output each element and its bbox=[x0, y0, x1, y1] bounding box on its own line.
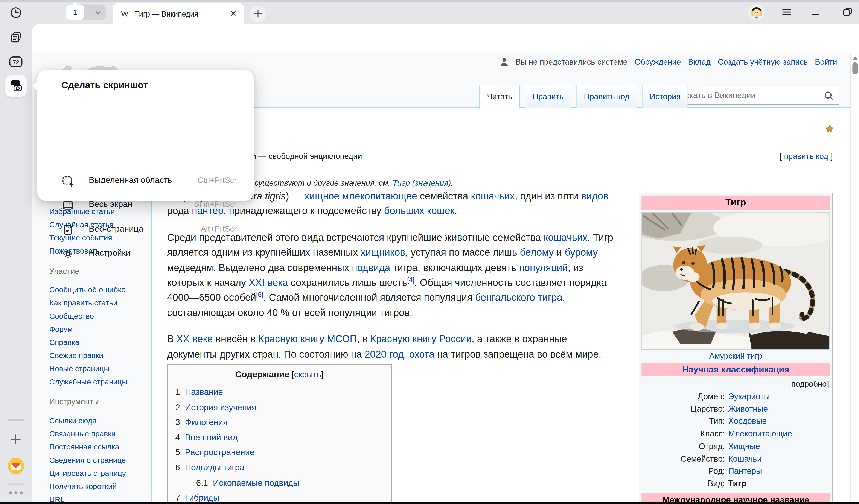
tab-history[interactable]: История bbox=[642, 85, 688, 108]
sidebar-item-permanent-link[interactable]: Постоянная ссылка bbox=[49, 440, 132, 453]
classification-header: Научная классификация bbox=[642, 363, 830, 376]
browser-window: 72 1 W bbox=[0, 0, 859, 504]
table-row: Тип:Хордовые bbox=[642, 415, 830, 428]
table-row: Род:Пантеры bbox=[642, 465, 830, 477]
table-row: Семейство:Кошачьи bbox=[642, 453, 830, 465]
userbar-link-login[interactable]: Войти bbox=[815, 58, 837, 66]
details-link[interactable]: [подробно] bbox=[642, 376, 830, 391]
menu-item-settings[interactable]: Настройки bbox=[37, 242, 254, 266]
sidebar-item-special-pages[interactable]: Служебные страницы bbox=[49, 375, 132, 388]
table-row: Царство:Животные bbox=[642, 403, 830, 415]
edit-source-link[interactable]: править код bbox=[784, 152, 828, 161]
userbar-link-contributions[interactable]: Вклад bbox=[688, 58, 711, 66]
title-rule bbox=[167, 147, 833, 148]
shortcut: Ctrl+PrtScr bbox=[198, 176, 237, 185]
tab-edit-source[interactable]: Править код bbox=[576, 85, 637, 108]
search-icon[interactable] bbox=[823, 90, 834, 101]
table-row: Домен:Эукариоты bbox=[642, 391, 830, 403]
toc-item: 6.1Ископаемые подвиды bbox=[175, 475, 383, 490]
sidebar-heading-tools: Инструменты bbox=[49, 397, 99, 406]
avatar[interactable] bbox=[749, 4, 765, 20]
toc-item: 2История изучения bbox=[175, 399, 383, 414]
chevron-down-icon[interactable] bbox=[95, 9, 101, 16]
menu-icon[interactable] bbox=[782, 8, 792, 17]
sidebar-item-community[interactable]: Сообщество bbox=[49, 309, 132, 322]
toc-item: 3Филогения bbox=[175, 415, 383, 430]
scrollbar[interactable] bbox=[850, 52, 859, 504]
taxobox: Тигр bbox=[639, 193, 833, 504]
sidebar-item-forum[interactable]: Форум bbox=[49, 323, 132, 336]
sidebar-item-report-error[interactable]: Сообщить об ошибке bbox=[49, 283, 132, 296]
toc-hide-link[interactable]: скрыть bbox=[294, 370, 321, 379]
featured-star-icon[interactable] bbox=[825, 124, 835, 134]
wiki-sidebar-participation: Сообщить об ошибке Как править статьи Со… bbox=[49, 283, 132, 388]
menu-item-full-screen[interactable]: Весь экран Shift+PrtScr bbox=[37, 193, 254, 217]
menu-item-selected-area[interactable]: Выделенная область Ctrl+PrtScr bbox=[37, 169, 254, 194]
tab-counter[interactable]: 1 bbox=[66, 4, 106, 20]
table-row: Отряд:Хищные bbox=[642, 440, 830, 453]
selection-area-icon bbox=[61, 175, 75, 188]
toc-item: 6Подвиды тигра bbox=[175, 460, 383, 475]
classification-table: Домен:Эукариоты Царство:Животные Тип:Хор… bbox=[642, 391, 830, 490]
tab-edit[interactable]: Править bbox=[525, 85, 571, 108]
sidebar-divider bbox=[49, 410, 149, 410]
tab-bar: 1 W Тигр — Википедия bbox=[32, 0, 859, 24]
screenshot-camera-icon bbox=[8, 78, 24, 94]
gear-icon bbox=[61, 247, 75, 261]
sidebar-item-help[interactable]: Справка bbox=[49, 336, 132, 349]
sidebar-item-how-to-edit[interactable]: Как править статьи bbox=[49, 296, 132, 309]
screen-bottom-edge bbox=[0, 502, 859, 504]
tiger-photo[interactable] bbox=[642, 212, 830, 350]
sidebar-item-cite-page[interactable]: Цитировать страницу bbox=[49, 467, 132, 479]
web-page-icon bbox=[61, 224, 75, 236]
browser-sidebar: 72 bbox=[0, 0, 32, 504]
wiki-sidebar-tools: Ссылки сюда Связанные правки Постоянная … bbox=[49, 414, 132, 504]
tab-count-number: 72 bbox=[13, 59, 19, 66]
login-status: Вы не представились системе bbox=[515, 58, 628, 66]
history-icon[interactable] bbox=[9, 6, 22, 19]
userbar-link-discussion[interactable]: Обсуждение bbox=[635, 58, 681, 66]
toolbar: Я ru.wikipedia.org Тигр — Википедия Пере… bbox=[32, 24, 859, 53]
browser-tab[interactable]: W Тигр — Википедия bbox=[113, 3, 244, 24]
wiki-page-tabs: Читать Править Править код История bbox=[479, 85, 688, 107]
edit-section: [ править код ] bbox=[780, 152, 833, 161]
tab-groups-icon[interactable] bbox=[9, 30, 23, 44]
minimize-icon[interactable] bbox=[812, 14, 820, 16]
popup-title: Сделать скриншот bbox=[61, 80, 148, 91]
sidebar-item-new-pages[interactable]: Новые страницы bbox=[49, 362, 132, 375]
full-screen-icon bbox=[61, 199, 75, 212]
paragraph: В XX веке внесён в Красную книгу МСОП, в… bbox=[167, 332, 617, 362]
wiki-search-box[interactable] bbox=[673, 87, 840, 105]
menu-item-web-page[interactable]: Веб-страница Alt+PrtScr bbox=[37, 217, 254, 242]
sidebar-item-recent-changes[interactable]: Свежие правки bbox=[49, 349, 132, 362]
wiki-user-bar: Вы не представились системе Обсуждение В… bbox=[500, 58, 837, 66]
shortcut: Alt+PrtScr bbox=[201, 225, 237, 233]
screenshot-menu: Сделать скриншот Выделенная область Ctrl… bbox=[37, 70, 254, 201]
tab-counter-badge[interactable]: 72 bbox=[9, 55, 24, 69]
close-tab-icon[interactable] bbox=[229, 10, 237, 17]
tab-read[interactable]: Читать bbox=[479, 85, 520, 109]
shortcut: Shift+PrtScr bbox=[194, 200, 237, 209]
sidebar-item-related-changes[interactable]: Связанные правки bbox=[49, 427, 132, 440]
toc-item: 4Внешний вид bbox=[175, 430, 383, 445]
sidebar-item-page-info[interactable]: Сведения о странице bbox=[49, 453, 132, 467]
sidebar-item-short-url[interactable]: Получить короткий URL bbox=[49, 480, 132, 504]
screenshot-camera-button[interactable] bbox=[5, 75, 27, 97]
new-tab-button[interactable] bbox=[250, 5, 266, 22]
search-input[interactable] bbox=[678, 90, 817, 100]
toc-item: 1Название bbox=[175, 384, 383, 399]
image-caption: Амурский тигр bbox=[642, 350, 830, 363]
more-dots-icon[interactable] bbox=[8, 491, 24, 495]
taxobox-title: Тигр bbox=[642, 196, 830, 210]
scroll-up-arrow[interactable] bbox=[852, 57, 858, 60]
add-panel-icon[interactable] bbox=[10, 433, 22, 445]
yandex-mail-icon[interactable] bbox=[7, 457, 25, 475]
userbar-link-create-account[interactable]: Создать учётную запись bbox=[718, 58, 808, 66]
toc-item: 5Распространение bbox=[175, 445, 383, 460]
restore-icon[interactable] bbox=[842, 7, 852, 17]
sidebar-item-what-links-here[interactable]: Ссылки сюда bbox=[49, 414, 132, 427]
scrollbar-thumb[interactable] bbox=[852, 62, 858, 75]
toc-header: Содержание [скрыть] bbox=[175, 370, 383, 380]
user-icon bbox=[500, 58, 508, 66]
table-of-contents: Содержание [скрыть] 1Название 2История и… bbox=[167, 364, 392, 504]
